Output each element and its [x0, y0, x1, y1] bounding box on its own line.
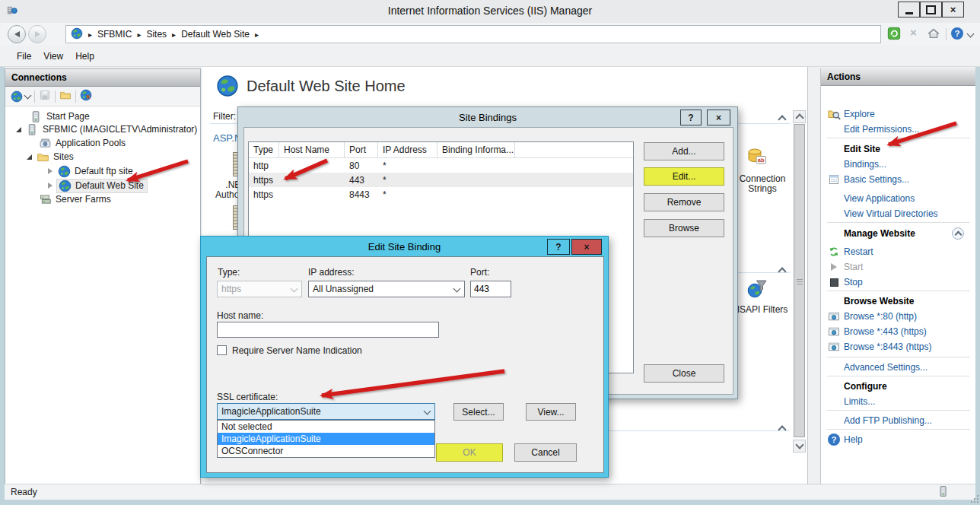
browse-button[interactable]: Browse: [644, 219, 724, 237]
site-globe-icon: [59, 179, 72, 192]
scrollbar-thumb[interactable]: [794, 124, 805, 437]
refresh-button[interactable]: [887, 27, 901, 43]
expander-icon[interactable]: [16, 127, 21, 132]
dialog-close-button[interactable]: ×: [571, 239, 602, 255]
action-browse-8443[interactable]: Browse *:8443 (https): [821, 340, 975, 354]
column-header[interactable]: IP Address: [378, 142, 438, 158]
column-header[interactable]: Type: [249, 142, 279, 158]
save-connections-button[interactable]: [39, 89, 51, 103]
group-collapse-icon[interactable]: [778, 115, 786, 123]
view-button[interactable]: View...: [526, 403, 576, 421]
tree-item-start-page[interactable]: Start Page: [5, 110, 200, 123]
action-bindings[interactable]: Bindings...: [821, 157, 975, 171]
close-dialog-button[interactable]: Close: [644, 364, 724, 383]
remove-button[interactable]: Remove: [644, 193, 724, 211]
tree-item-server-farms[interactable]: Server Farms: [5, 192, 200, 206]
port-input[interactable]: [470, 281, 511, 297]
dropdown-option-selected[interactable]: ImagicleApplicationSuite: [218, 433, 434, 445]
menu-file[interactable]: File: [17, 51, 31, 62]
action-start[interactable]: Start: [821, 260, 975, 274]
table-row[interactable]: https 8443 *: [249, 187, 633, 202]
expander-icon[interactable]: [48, 183, 52, 189]
breadcrumb-sites[interactable]: Sites: [146, 29, 167, 40]
back-button[interactable]: [8, 25, 26, 43]
menu-view[interactable]: View: [43, 51, 63, 62]
dialog-title-bar[interactable]: Site Bindings: [238, 107, 737, 127]
home-button[interactable]: [927, 27, 940, 43]
chevron-up-icon: [954, 230, 962, 238]
close-button[interactable]: ×: [942, 2, 964, 17]
action-view-applications[interactable]: View Applications: [821, 192, 975, 205]
up-level-button[interactable]: [59, 89, 72, 103]
select-button[interactable]: Select...: [453, 403, 504, 421]
dialog-close-button[interactable]: ×: [707, 110, 730, 125]
resize-grip[interactable]: [971, 495, 972, 497]
chevron-down-icon: [24, 91, 32, 99]
maximize-button[interactable]: [920, 2, 942, 17]
action-explore[interactable]: Explore: [821, 107, 975, 121]
chevron-down-icon: [453, 285, 461, 293]
action-browse-443[interactable]: Browse *:443 (https): [821, 325, 975, 338]
column-header[interactable]: Port: [345, 142, 378, 158]
title-bar[interactable]: Internet Information Services (IIS) Mana…: [0, 0, 980, 24]
type-select[interactable]: https: [217, 281, 302, 297]
help-button[interactable]: ?: [951, 27, 963, 40]
section-collapse-button[interactable]: [952, 227, 964, 240]
action-browse-80[interactable]: Browse *:80 (http): [821, 310, 975, 323]
action-view-virtual-directories[interactable]: View Virtual Directories: [821, 207, 975, 221]
breadcrumb-default-web-site[interactable]: Default Web Site: [181, 29, 250, 40]
ok-button[interactable]: OK: [436, 443, 503, 462]
expander-icon[interactable]: [27, 154, 32, 160]
cell-port: 80: [345, 160, 378, 171]
tree-item-sites[interactable]: Sites: [5, 150, 200, 164]
cancel-button[interactable]: Cancel: [514, 443, 577, 462]
action-restart[interactable]: Restart: [821, 245, 975, 259]
menu-help[interactable]: Help: [75, 51, 94, 62]
application-pools-icon: [39, 137, 52, 150]
add-button[interactable]: Add...: [644, 142, 724, 160]
host-name-input[interactable]: [217, 322, 439, 338]
tree-item-default-ftp-site[interactable]: Default ftp site: [5, 164, 200, 178]
action-limits[interactable]: Limits...: [821, 395, 975, 408]
actions-divider: [827, 222, 970, 223]
group-collapse-icon[interactable]: [778, 267, 786, 275]
edit-button[interactable]: Edit...: [644, 167, 724, 186]
ssl-certificate-select[interactable]: ImagicleApplicationSuite: [217, 403, 435, 420]
scroll-down-button[interactable]: [793, 440, 806, 453]
table-row[interactable]: http 80 *: [249, 158, 633, 173]
action-stop[interactable]: Stop: [821, 275, 975, 289]
column-header[interactable]: Host Name: [279, 142, 345, 158]
dropdown-option[interactable]: Not selected: [218, 421, 434, 433]
tree-item-default-web-site[interactable]: Default Web Site: [5, 179, 200, 192]
scroll-up-button[interactable]: [793, 110, 806, 123]
cell-port: 8443: [345, 189, 378, 200]
forward-button[interactable]: [28, 25, 46, 43]
action-edit-permissions[interactable]: Edit Permissions...: [821, 122, 975, 136]
column-header[interactable]: Binding Informa...: [438, 142, 515, 158]
ip-address-select[interactable]: All Unassigned: [308, 281, 465, 297]
help-dropdown-icon[interactable]: [967, 30, 975, 38]
tree-item-server[interactable]: SFBMIC (IMAGICLETV\Administrator): [5, 122, 200, 136]
stop-button[interactable]: ×: [910, 26, 917, 39]
action-help[interactable]: ? Help: [821, 433, 975, 446]
sni-checkbox[interactable]: [217, 345, 227, 355]
breadcrumb-server[interactable]: SFBMIC: [97, 29, 132, 40]
connection-strings-icon[interactable]: [746, 147, 768, 170]
create-connection-button[interactable]: [11, 91, 30, 103]
dialog-help-button[interactable]: ?: [547, 239, 570, 255]
action-basic-settings[interactable]: Basic Settings...: [821, 173, 975, 186]
actions-divider: [827, 357, 970, 357]
action-add-ftp-publishing[interactable]: Add FTP Publishing...: [821, 414, 975, 427]
dropdown-option[interactable]: OCSConnector: [218, 445, 434, 457]
group-collapse-icon[interactable]: [778, 425, 786, 434]
delete-connection-button[interactable]: ×: [80, 89, 92, 103]
table-row-selected[interactable]: https 443 *: [249, 173, 633, 187]
dialog-help-button[interactable]: ?: [680, 110, 702, 125]
action-advanced-settings[interactable]: Advanced Settings...: [821, 360, 975, 374]
tree-item-application-pools[interactable]: Application Pools: [5, 136, 200, 150]
ip-address-label: IP address:: [308, 267, 354, 278]
isapi-filters-icon[interactable]: [746, 278, 768, 302]
expander-icon[interactable]: [48, 168, 52, 174]
browse-icon: [827, 310, 841, 322]
minimize-button[interactable]: [898, 2, 920, 17]
